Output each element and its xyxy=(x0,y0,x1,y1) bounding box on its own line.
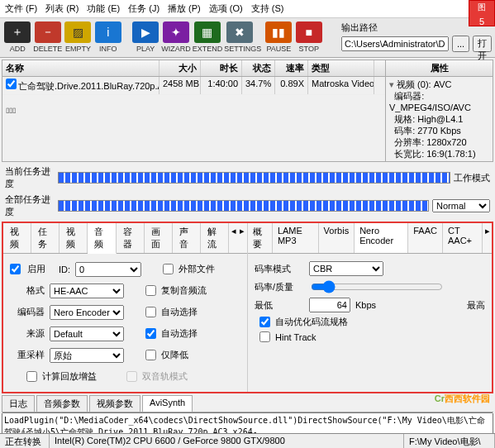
current-progress-label: 当前任务进度 xyxy=(5,165,55,190)
empty-button[interactable]: ▨EMPTY xyxy=(64,21,92,53)
bitrate-mode-select[interactable]: CBR xyxy=(309,261,383,276)
row-checkbox[interactable] xyxy=(6,79,17,89)
format-select[interactable]: HE-AAC xyxy=(50,284,124,298)
wrench-icon: ✖ xyxy=(226,21,253,43)
table-row[interactable]: 亡命驾驶.Drive.2011.BluRay.720p.AC3... 2458 … xyxy=(2,77,385,94)
rtab-lame[interactable]: LAME MP3 xyxy=(273,223,319,253)
ltab-log[interactable]: 日志 xyxy=(2,395,35,412)
hint-track-label: Hint Track xyxy=(275,332,317,342)
ltab-video-params[interactable]: 视频参数 xyxy=(89,395,140,412)
menu-func[interactable]: 功能 (E) xyxy=(85,2,121,16)
file-list-panel: 名称 大小 时长 状态 速率 类型 亡命驾驶.Drive.2011.BluRay… xyxy=(2,60,493,162)
plus-icon: ＋ xyxy=(4,21,31,43)
menu-file[interactable]: 文件 (F) xyxy=(3,2,39,16)
rtab-faac[interactable]: FAAC xyxy=(408,223,443,253)
ltab-audio-params[interactable]: 音频参数 xyxy=(36,395,88,412)
tab-demux[interactable]: 解流 xyxy=(201,223,229,253)
browse-button[interactable]: ... xyxy=(452,36,469,52)
menu-support[interactable]: 支持 (S) xyxy=(250,2,286,16)
col-status[interactable]: 状态 xyxy=(242,60,275,76)
only-lower-checkbox[interactable] xyxy=(145,350,156,360)
rtab-ctaac[interactable]: CT AAC+ xyxy=(443,223,483,253)
resample-select[interactable]: 原始 xyxy=(50,348,124,363)
file-rate: 0.89X xyxy=(275,77,308,94)
auto-select-checkbox-2[interactable] xyxy=(145,328,156,339)
play-button[interactable]: ▶PLAY xyxy=(131,21,159,53)
quality-slider[interactable] xyxy=(311,280,443,293)
tab-container[interactable]: 容器 xyxy=(117,223,145,253)
stop-button[interactable]: ■STOP xyxy=(295,21,323,53)
tab-video1[interactable]: 视频 xyxy=(3,223,31,253)
open-button[interactable]: 打开 xyxy=(473,36,492,52)
output-path-input[interactable] xyxy=(341,36,449,51)
site-watermark: Cr西西软件园 xyxy=(435,390,490,405)
rtab-vorbis[interactable]: Vorbis xyxy=(319,223,355,253)
col-dur[interactable]: 时长 xyxy=(201,60,242,76)
min-label: 最低 xyxy=(255,299,304,312)
auto-optimize-label: 自动优化码流规格 xyxy=(275,316,348,328)
tab-picture[interactable]: 画面 xyxy=(145,223,173,253)
col-size[interactable]: 大小 xyxy=(159,60,201,76)
play-icon: ▶ xyxy=(132,21,159,43)
current-progress-bar xyxy=(58,172,450,183)
menu-play2[interactable]: 播放 (P) xyxy=(166,2,202,16)
tab-audio[interactable]: 音频 xyxy=(88,223,116,254)
copy-audio-checkbox[interactable] xyxy=(145,285,156,296)
menu-list[interactable]: 列表 (R) xyxy=(44,2,80,16)
work-mode-select[interactable]: Normal xyxy=(432,199,490,212)
encoder-select[interactable]: Nero Encoder xyxy=(50,305,124,320)
auto-optimize-checkbox[interactable] xyxy=(259,317,270,327)
stop-icon: ■ xyxy=(296,21,322,43)
annotation-badge: 图5 xyxy=(469,0,495,26)
hint-track-checkbox[interactable] xyxy=(259,331,270,342)
col-name[interactable]: 名称 xyxy=(2,60,159,76)
copy-audio-label: 复制音频流 xyxy=(161,284,207,297)
ltab-avisynth[interactable]: AviSynth xyxy=(142,395,193,412)
prop-video: 视频 (0): AVC xyxy=(397,79,451,89)
prop-aspect: 长宽比: 16:9(1.78:1) xyxy=(394,149,475,159)
menubar: 文件 (F) 列表 (R) 功能 (E) 任务 (J) 播放 (P) 选项 (O… xyxy=(0,0,495,18)
tab-left-arrow[interactable]: ◂ xyxy=(229,223,238,253)
settings-button[interactable]: ✖SETTINGS xyxy=(224,21,255,53)
file-name: 亡命驾驶.Drive.2011.BluRay.720p.AC3... xyxy=(18,81,159,91)
toolbar: ＋ADD －DELETE ▨EMPTY iINFO ▶PLAY ✦WIZARD … xyxy=(0,18,495,58)
menu-task[interactable]: 任务 (J) xyxy=(126,2,161,16)
info-button[interactable]: iINFO xyxy=(94,21,122,53)
id-select[interactable]: 0 xyxy=(75,262,141,277)
tab-video2[interactable]: 视频 xyxy=(59,223,88,253)
delete-button[interactable]: －DELETE xyxy=(33,21,62,53)
source-select[interactable]: Default xyxy=(50,326,124,341)
status-bar: 正在转换 Intel(R) Core(TM)2 CPU 6600 / GeFor… xyxy=(0,433,495,448)
log-tab-strip: 日志 音频参数 视频参数 AviSynth xyxy=(2,395,493,412)
replay-gain-checkbox[interactable] xyxy=(26,371,37,382)
prop-bitrate: 码率: 2770 Kbps xyxy=(394,126,461,136)
min-bitrate-input[interactable] xyxy=(309,298,350,312)
minus-icon: － xyxy=(35,21,61,43)
id-label: ID: xyxy=(59,265,70,274)
extend-button[interactable]: ▦EXTEND xyxy=(193,21,223,53)
format-label: 格式 xyxy=(10,284,45,297)
prop-codec: 编码器: V_MPEG4/ISO/AVC xyxy=(389,91,471,112)
file-size: 2458 MB xyxy=(159,77,201,94)
rtab-summary[interactable]: 概要 xyxy=(248,223,273,253)
quality-label: 码率/质量 xyxy=(255,281,304,293)
add-button[interactable]: ＋ADD xyxy=(3,21,31,53)
col-rate[interactable]: 速率 xyxy=(275,60,308,76)
enable-checkbox[interactable] xyxy=(10,264,21,274)
tab-sound[interactable]: 声音 xyxy=(173,223,201,253)
tab-task[interactable]: 任务 xyxy=(31,223,59,253)
rtab-nero[interactable]: Nero Encoder xyxy=(355,223,408,253)
file-status: 34.7% xyxy=(242,77,275,94)
max-label: 最高 xyxy=(467,299,485,312)
settings-highlight: 视频 任务 视频 音频 容器 画面 声音 解流 ◂ ▸ 启用 ID: 0 外部文… xyxy=(2,222,493,393)
tab-right-arrow[interactable]: ▸ xyxy=(238,223,247,253)
external-file-checkbox[interactable] xyxy=(163,264,174,274)
menu-options[interactable]: 选项 (O) xyxy=(207,2,245,16)
pause-button[interactable]: ▮▮PAUSE xyxy=(264,21,293,53)
wizard-button[interactable]: ✦WIZARD xyxy=(161,21,191,53)
col-type[interactable]: 类型 xyxy=(308,60,374,76)
replay-gain-label: 计算回放增益 xyxy=(42,370,97,383)
auto-select-checkbox-1[interactable] xyxy=(145,307,156,317)
rtab-arrow[interactable]: ▸ xyxy=(483,223,492,253)
properties-header: 属性 xyxy=(386,60,493,77)
